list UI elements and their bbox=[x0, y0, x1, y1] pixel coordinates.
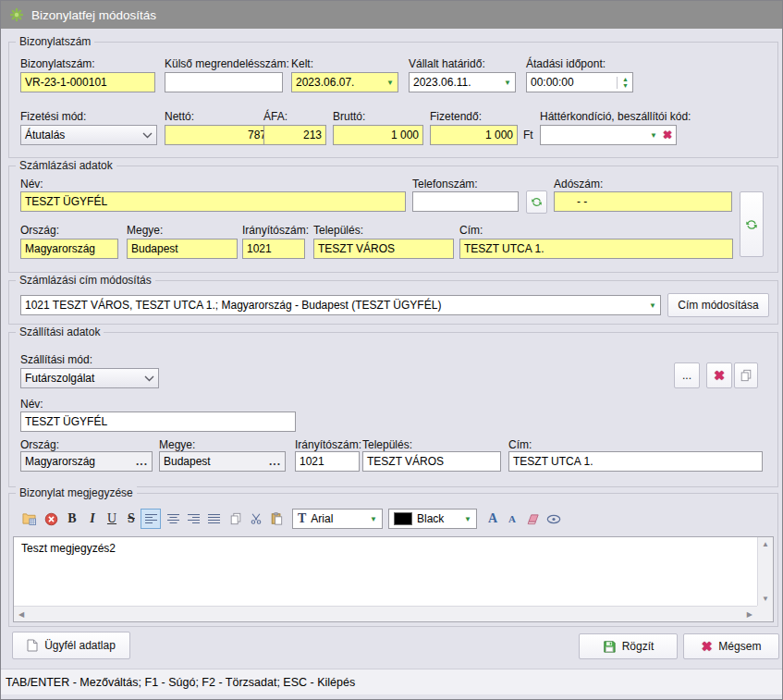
delete-shipping-button[interactable]: ✖ bbox=[706, 362, 732, 388]
align-justify-button[interactable] bbox=[203, 509, 224, 529]
font-color-select[interactable]: Black ▼ bbox=[388, 509, 477, 529]
netto-label: Nettó: bbox=[165, 110, 194, 123]
copy-icon bbox=[229, 512, 242, 525]
currency-label: Ft bbox=[523, 129, 533, 141]
brutto-label: Bruttó: bbox=[333, 110, 365, 123]
telefon-refresh-button[interactable] bbox=[526, 190, 547, 214]
comment-text: Teszt megjegyzés2 bbox=[21, 542, 116, 555]
scroll-right-icon[interactable]: ▶ bbox=[747, 610, 752, 619]
ugyfel-adatlap-button[interactable]: Ügyfél adatlap bbox=[12, 632, 130, 659]
chevron-down-icon[interactable]: ▼ bbox=[383, 79, 394, 87]
netto-input[interactable]: 787 bbox=[165, 125, 271, 145]
spinner-down-icon[interactable]: ▼ bbox=[622, 83, 629, 89]
decrease-font-button[interactable]: A bbox=[502, 509, 522, 529]
szamlazasi-orszag-input[interactable]: Magyarország bbox=[20, 239, 118, 259]
window-title: Bizonylatfej módosítás bbox=[31, 8, 156, 22]
fizetesi-mod-select[interactable]: Átutalás bbox=[20, 125, 157, 145]
kulso-megrendelesszam-input[interactable] bbox=[165, 72, 283, 92]
szallitasi-telepules-input[interactable]: TESZT VÁROS bbox=[362, 451, 501, 472]
szallitasi-orszag-picker[interactable]: Magyarország ... bbox=[20, 451, 153, 472]
chevron-down-icon[interactable]: ▼ bbox=[646, 131, 657, 140]
ellipsis-icon[interactable]: ... bbox=[269, 455, 281, 468]
paste-button[interactable] bbox=[266, 509, 287, 529]
szamlazasi-cim-select[interactable]: 1021 TESZT VÁROS, TESZT UTCA 1.; Magyaro… bbox=[20, 295, 661, 315]
cancel-button[interactable] bbox=[41, 509, 61, 529]
eraser-icon bbox=[527, 513, 541, 525]
kulso-megrendelesszam-label: Külső megrendelésszám: bbox=[165, 57, 289, 70]
chevron-down-icon[interactable]: ▼ bbox=[500, 79, 511, 87]
szamlazasi-cim-input[interactable]: TESZT UTCA 1. bbox=[459, 239, 733, 259]
szamlazasi-telepules-label: Település: bbox=[313, 224, 363, 237]
spinner-up-icon[interactable]: ▲ bbox=[622, 77, 629, 82]
underline-button[interactable]: U bbox=[102, 509, 122, 529]
group-bizonylatszam: Bizonylatszám Bizonylatszám: VR-23-1-000… bbox=[8, 42, 778, 158]
rogzit-button[interactable]: Rögzít bbox=[579, 633, 678, 659]
title-bar: Bizonylatfej módosítás bbox=[1, 1, 782, 29]
kelt-date-picker[interactable]: 2023.06.07. ▼ bbox=[291, 72, 398, 92]
brutto-input[interactable]: 1 000 bbox=[333, 125, 423, 145]
clear-formatting-button[interactable] bbox=[523, 509, 544, 529]
scroll-down-icon[interactable]: ▼ bbox=[762, 595, 769, 603]
chevron-down-icon: ▼ bbox=[366, 515, 377, 523]
szamlazasi-megye-input[interactable]: Budapest bbox=[127, 239, 238, 259]
delete-icon: ✖ bbox=[714, 369, 725, 382]
clear-icon[interactable]: ✖ bbox=[663, 129, 672, 141]
vertical-scrollbar[interactable]: ▲ ▼ bbox=[757, 537, 773, 606]
telefonszam-input[interactable] bbox=[412, 191, 519, 212]
megsem-button[interactable]: ✖ Mégsem bbox=[683, 633, 779, 659]
atadasi-idopont-label: Átadási időpont: bbox=[526, 57, 606, 70]
afa-input[interactable]: 213 bbox=[263, 125, 326, 145]
szamlazasi-irsz-input[interactable]: 1021 bbox=[242, 239, 305, 259]
ellipsis-icon: ... bbox=[682, 369, 691, 382]
preview-button[interactable] bbox=[544, 509, 564, 529]
decrease-font-icon: A bbox=[508, 513, 516, 524]
vallalt-hatarido-date-picker[interactable]: 2023.06.11. ▼ bbox=[409, 72, 516, 92]
szallitasi-mod-value: Futárszolgálat bbox=[25, 372, 94, 385]
szamlazasi-telepules-input[interactable]: TESZT VÁROS bbox=[313, 239, 454, 259]
fizetendo-input[interactable]: 1 000 bbox=[430, 125, 518, 145]
copy-shipping-button[interactable] bbox=[734, 362, 758, 388]
align-left-button[interactable] bbox=[141, 509, 161, 529]
hatterkondicio-label: Háttérkondíció, beszállítói kód: bbox=[540, 110, 691, 123]
browse-button[interactable]: ... bbox=[674, 362, 700, 388]
italic-button[interactable]: I bbox=[82, 509, 103, 529]
szamlazasi-orszag-label: Ország: bbox=[20, 224, 59, 237]
comment-textarea[interactable]: Teszt megjegyzés2 bbox=[14, 537, 757, 606]
cut-button[interactable] bbox=[246, 509, 266, 529]
copy-button[interactable] bbox=[226, 509, 246, 529]
szallitasi-cim-input[interactable]: TESZT UTCA 1. bbox=[508, 451, 763, 472]
font-color-value: Black bbox=[417, 512, 444, 525]
align-right-button[interactable] bbox=[183, 509, 203, 529]
ellipsis-icon[interactable]: ... bbox=[136, 455, 148, 468]
szallitasi-irsz-label: Irányítószám: bbox=[295, 438, 361, 451]
szallitasi-nev-input[interactable]: TESZT ÜGYFÉL bbox=[20, 411, 296, 432]
szallitasi-megye-picker[interactable]: Budapest ... bbox=[159, 451, 286, 472]
adoszam-input[interactable]: - - bbox=[554, 191, 732, 212]
szallitasi-irsz-input[interactable]: 1021 bbox=[295, 451, 360, 472]
scroll-up-icon[interactable]: ▲ bbox=[762, 540, 769, 548]
bizonylatszam-input[interactable]: VR-23-1-000101 bbox=[20, 72, 155, 92]
szallitasi-mod-select[interactable]: Futárszolgálat bbox=[20, 368, 159, 388]
bold-button[interactable]: B bbox=[62, 509, 82, 529]
szamlazasi-cim-label: Cím: bbox=[459, 224, 483, 237]
atadasi-idopont-input[interactable]: 00:00:00 ▲ ▼ bbox=[526, 72, 633, 92]
cim-modositasa-button[interactable]: Cím módosítása bbox=[667, 293, 769, 317]
hatterkondicio-select[interactable]: ▼ ✖ bbox=[540, 125, 677, 145]
scroll-left-icon[interactable]: ◀ bbox=[18, 610, 24, 619]
close-icon: ✖ bbox=[702, 640, 713, 653]
cim-refresh-button[interactable] bbox=[740, 191, 764, 257]
atadasi-idopont-value: 00:00:00 bbox=[531, 76, 574, 89]
fizetendo-label: Fizetendő: bbox=[430, 110, 482, 123]
increase-font-button[interactable]: A bbox=[483, 509, 503, 529]
open-file-button[interactable] bbox=[18, 509, 39, 529]
vallalt-hatarido-value: 2023.06.11. bbox=[413, 76, 471, 89]
status-bar: TAB/ENTER - Mezőváltás; F1 - Súgó; F2 - … bbox=[1, 669, 782, 694]
szamlazasi-nev-input[interactable]: TESZT ÜGYFÉL bbox=[20, 191, 406, 212]
strikethrough-button[interactable]: S bbox=[121, 509, 141, 529]
align-center-button[interactable] bbox=[163, 509, 183, 529]
horizontal-scrollbar[interactable]: ◀ ▶ bbox=[14, 606, 757, 621]
font-family-select[interactable]: T Arial ▼ bbox=[292, 509, 383, 529]
open-file-icon bbox=[22, 512, 36, 525]
chevron-down-icon[interactable]: ▼ bbox=[645, 301, 656, 310]
font-family-value: Arial bbox=[311, 512, 333, 525]
